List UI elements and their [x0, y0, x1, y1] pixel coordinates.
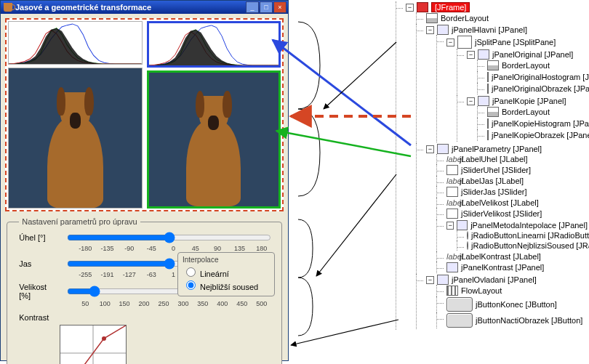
svg-point-5 — [102, 336, 106, 341]
window-title: Jasové a geometrické transformace — [15, 3, 151, 12]
tree-node-kopie-border[interactable]: BorderLayout — [477, 106, 588, 118]
tree-node-original[interactable]: jPanelOriginal [JPanel] BorderLayout jPa… — [457, 49, 588, 95]
panel-original — [8, 21, 143, 209]
tree-node-interpolace[interactable]: jPanelMetodaIntepolace [JPanel] jRadioBu… — [436, 219, 588, 251]
kontrast-label: Kontrast — [19, 313, 60, 322]
tree-node-label-jas[interactable]: labeljLabelJas [JLabel] — [436, 176, 588, 186]
titlebar[interactable]: Jasové a geometrické transformace _ □ × — [1, 1, 288, 14]
params-legend: Nastavení parametrů pro úpravu — [19, 217, 140, 226]
panel-kopie — [147, 21, 281, 209]
radio-nejblizsi[interactable]: Nejbližší soused — [183, 283, 258, 291]
tree-node-kopie-histo[interactable]: jPanelKopieHistogram [JPanel] — [477, 118, 588, 129]
close-button[interactable]: × — [273, 1, 287, 13]
tree-node-rb-lin[interactable]: jRadioButtonLinearni [JRadioButton] — [457, 230, 588, 240]
tree-node-label-uhel[interactable]: labeljLabelUhel [JLabel] — [436, 154, 588, 164]
velikost-label: Velikost [%] — [19, 283, 60, 300]
dog-illustration-icon — [28, 79, 121, 208]
arrow-ovladani — [291, 320, 398, 345]
radio-linearni[interactable]: Lineární — [183, 270, 229, 278]
tree-node-label-kontrast[interactable]: labeljLabelKontrast [JLabel] — [436, 251, 588, 262]
tree-node-slider-uhel[interactable]: jSliderUhel [JSlider] — [436, 164, 588, 176]
tree-node-hlavni[interactable]: jPanelHlavni [JPanel] jSplitPane [JSplit… — [416, 24, 588, 143]
svg-marker-0 — [9, 28, 142, 64]
tree-node-rb-nn[interactable]: jRadioButtonNejblizsiSoused [JRadioButto… — [457, 240, 588, 251]
histogram-original — [8, 21, 143, 65]
tree-node-label-velikost[interactable]: labeljLabelVelikost [JLabel] — [436, 198, 588, 208]
arrow-parametry — [316, 174, 396, 276]
tree-node-jframe[interactable]: [JFrame] BorderLayout jPanelHlavni [JPan… — [396, 1, 588, 330]
maximize-button[interactable]: □ — [260, 1, 273, 13]
tree-node-btn-konec[interactable]: jButtonKonec [JButton] — [436, 296, 588, 312]
kontrast-curve[interactable] — [60, 325, 127, 364]
tree-node-orig-border[interactable]: BorderLayout — [477, 60, 588, 71]
java-cup-icon — [4, 3, 12, 12]
minimize-button[interactable]: _ — [246, 1, 259, 13]
tree-node-slider-velikost[interactable]: jSliderVelikost [JSlider] — [436, 208, 588, 219]
histogram-kopie — [147, 21, 281, 68]
tree-node-panel-kontrast[interactable]: jPanelKontrast [JPanel] — [436, 262, 588, 273]
tree-node-splitpane[interactable]: jSplitPane [JSplitPane] jPanelOriginal [… — [436, 35, 588, 142]
tree-node-slider-jas[interactable]: jSliderJas [JSlider] — [436, 186, 588, 198]
tree-node-btn-nacti[interactable]: jButtonNactiObrazek [JButton] — [436, 312, 588, 328]
tree-node-ovladani[interactable]: jPanelOvladani [JPanel] FlowLayout jButt… — [416, 274, 588, 329]
tree-node-orig-histo[interactable]: jPanelOriginalHostogram [JPanel] — [477, 71, 588, 83]
uhel-label: Úhel [°] — [19, 233, 60, 242]
tree-node-orig-obrazek[interactable]: jPanelOriginalObrazek [JPanel] — [477, 83, 588, 94]
tree-node-flow[interactable]: FlowLayout — [436, 285, 588, 296]
component-tree: [JFrame] BorderLayout jPanelHlavni [JPan… — [385, 1, 588, 362]
tree-node-kopie-obrazek[interactable]: jPanelKopieObrazek [JPanel] — [477, 129, 588, 141]
app-window: Jasové a geometrické transformace _ □ × — [0, 0, 289, 361]
image-kopie — [147, 70, 281, 209]
image-original — [8, 68, 143, 209]
interpolace-legend: Interpolace — [183, 256, 270, 264]
interpolace-group: Interpolace Lineární Nejbližší soused — [177, 252, 275, 296]
split-pane[interactable] — [5, 18, 284, 211]
uhel-slider[interactable] — [67, 232, 271, 243]
velikost-ticks: 50100150200250300350400450500 — [13, 300, 276, 310]
dog-illustration-icon — [168, 84, 259, 206]
svg-marker-1 — [149, 30, 279, 65]
jas-label: Jas — [19, 259, 60, 268]
tree-node-borderlayout[interactable]: BorderLayout — [416, 12, 588, 24]
tree-node-kopie[interactable]: jPanelKopie [JPanel] BorderLayout jPanel… — [457, 95, 588, 142]
tree-node-parametry[interactable]: jPanelParametry [JPanel] labeljLabelUhel… — [416, 143, 588, 274]
